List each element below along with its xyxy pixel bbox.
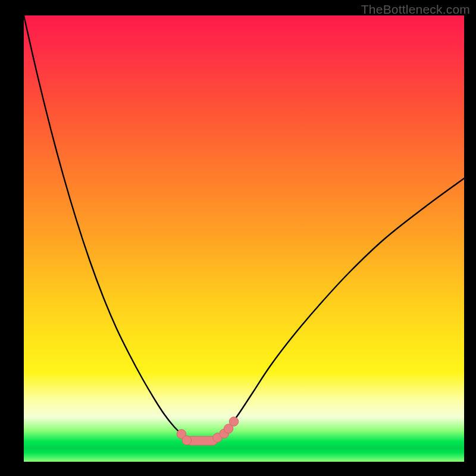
watermark-text: TheBottleneck.com bbox=[361, 2, 470, 17]
chart-svg bbox=[24, 15, 464, 462]
series-curve-right bbox=[224, 178, 464, 434]
chart-curve bbox=[24, 15, 464, 441]
marker-dot bbox=[229, 417, 239, 427]
chart-plot-area bbox=[24, 15, 464, 462]
marker-dot bbox=[182, 436, 192, 445]
chart-frame: TheBottleneck.com bbox=[0, 0, 476, 476]
series-curve-left bbox=[24, 15, 181, 434]
